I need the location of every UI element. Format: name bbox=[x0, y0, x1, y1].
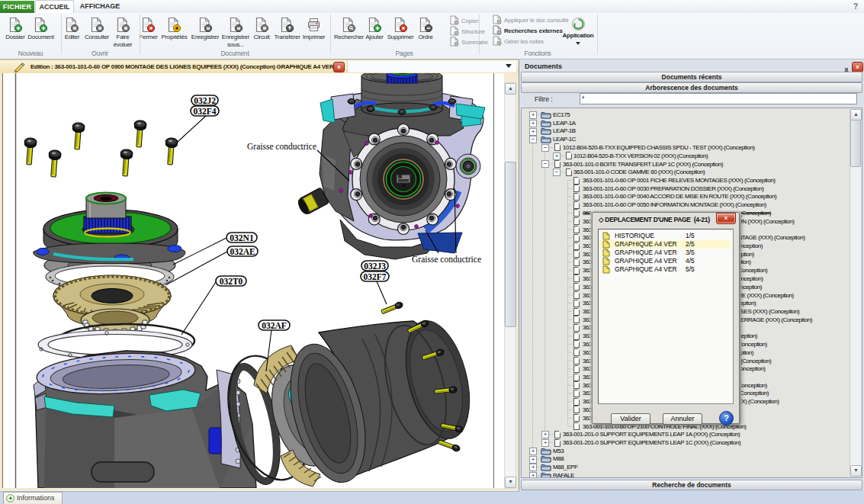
svg-text:032N1: 032N1 bbox=[230, 233, 254, 242]
svg-text:032AE: 032AE bbox=[230, 247, 255, 256]
svg-text:032T0: 032T0 bbox=[220, 277, 243, 286]
svg-text:032F4: 032F4 bbox=[193, 107, 216, 116]
svg-text:032J2: 032J2 bbox=[194, 96, 216, 105]
svg-text:032F7: 032F7 bbox=[363, 272, 386, 281]
svg-text:032J3: 032J3 bbox=[364, 262, 386, 271]
svg-text:032AF: 032AF bbox=[262, 321, 287, 330]
svg-text:Graisse conductrice: Graisse conductrice bbox=[412, 255, 481, 264]
svg-text:Graisse conductrice: Graisse conductrice bbox=[247, 142, 316, 151]
